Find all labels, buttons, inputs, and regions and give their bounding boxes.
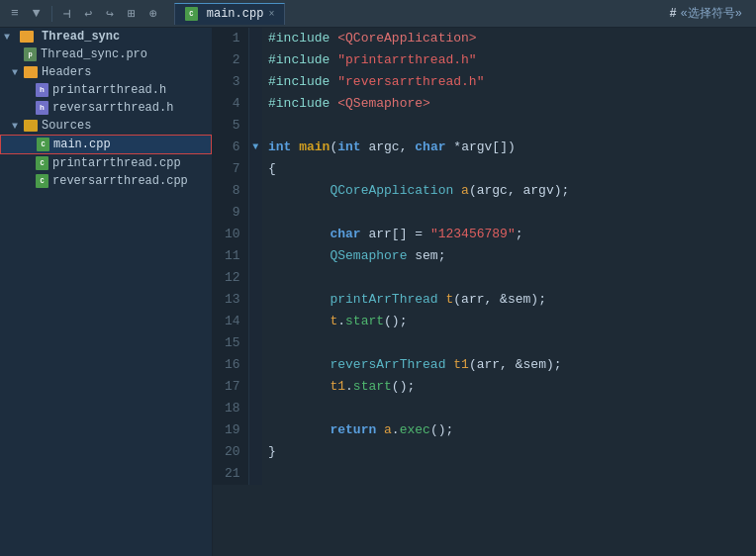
code-content-1[interactable]: #include <QCoreApplication>: [262, 28, 756, 49]
line-fold-12: [248, 267, 262, 289]
symbol-hash: #: [669, 7, 676, 21]
nav-fwd-icon[interactable]: ↪: [101, 4, 119, 24]
sources-label: Sources: [42, 119, 91, 133]
line-num-11: 11: [213, 245, 248, 267]
main-layout: ▼ Thread_sync p Thread_sync.pro ▼ Header…: [0, 28, 756, 556]
tab-bar: C main.cpp ×: [174, 3, 658, 25]
sidebar-item-headers[interactable]: ▼ Headers: [0, 63, 212, 81]
table-row: 4 #include <QSemaphore>: [213, 93, 756, 115]
code-content-13[interactable]: printArrThread t(arr, &sem);: [262, 289, 756, 311]
table-row: 6 ▼ int main(int argc, char *argv[]): [213, 137, 756, 158]
line-num-13: 13: [213, 289, 248, 311]
add-icon[interactable]: ⊕: [144, 4, 162, 24]
code-content-12[interactable]: [262, 267, 756, 289]
menu-icon[interactable]: ≡: [6, 4, 24, 23]
sidebar-item-main-cpp[interactable]: C main.cpp: [0, 135, 212, 154]
symbol-label[interactable]: «选择符号»: [681, 5, 742, 22]
line-num-17: 17: [213, 376, 248, 398]
line-fold-21: [248, 463, 262, 485]
line-fold-1: [248, 28, 262, 49]
code-content-15[interactable]: [262, 332, 756, 354]
line-fold-14: [248, 311, 262, 332]
cpp-icon-print: C: [36, 156, 48, 170]
line-num-12: 12: [213, 267, 248, 289]
code-content-17[interactable]: t1.start();: [262, 376, 756, 398]
sidebar-item-printarrthread-h[interactable]: h printarrthread.h: [0, 81, 212, 99]
line-num-4: 4: [213, 93, 248, 115]
sidebar-root[interactable]: ▼ Thread_sync: [0, 28, 212, 46]
cpp-icon-main: C: [37, 138, 49, 151]
code-content-2[interactable]: #include "printarrthread.h": [262, 49, 756, 71]
line-fold-6[interactable]: ▼: [248, 137, 262, 158]
main-cpp-label: main.cpp: [53, 138, 111, 151]
code-content-14[interactable]: t.start();: [262, 311, 756, 332]
table-row: 16 reversArrThread t1(arr, &sem);: [213, 354, 756, 376]
code-content-8[interactable]: QCoreApplication a(argc, argv);: [262, 180, 756, 202]
table-row: 12: [213, 267, 756, 289]
line-fold-19: [248, 419, 262, 441]
sidebar-item-reversarrthread-cpp[interactable]: C reversarrthread.cpp: [0, 172, 212, 190]
code-content-5[interactable]: [262, 115, 756, 137]
sidebar-item-printarrthread-cpp[interactable]: C printarrthread.cpp: [0, 154, 212, 172]
line-fold-18: [248, 398, 262, 419]
code-content-19[interactable]: return a.exec();: [262, 419, 756, 441]
line-fold-8: [248, 180, 262, 202]
back-icon[interactable]: ⊣: [58, 4, 76, 24]
code-table: 1 #include <QCoreApplication> 2 #include…: [213, 28, 756, 485]
sources-folder-icon: [24, 120, 38, 132]
table-row: 21: [213, 463, 756, 485]
table-row: 14 t.start();: [213, 311, 756, 332]
tab-main-cpp[interactable]: C main.cpp ×: [174, 3, 286, 25]
cpp-icon-revers: C: [36, 174, 48, 188]
line-num-20: 20: [213, 441, 248, 463]
sidebar-item-sources[interactable]: ▼ Sources: [0, 117, 212, 135]
line-num-1: 1: [213, 28, 248, 49]
code-content-6[interactable]: int main(int argc, char *argv[]): [262, 137, 756, 158]
line-num-19: 19: [213, 419, 248, 441]
line-fold-16: [248, 354, 262, 376]
code-content-10[interactable]: char arr[] = "123456789";: [262, 224, 756, 245]
code-content-18[interactable]: [262, 398, 756, 419]
headers-label: Headers: [42, 65, 91, 79]
line-num-7: 7: [213, 158, 248, 180]
line-fold-15: [248, 332, 262, 354]
line-num-5: 5: [213, 115, 248, 137]
sidebar-item-pro[interactable]: p Thread_sync.pro: [0, 46, 212, 63]
line-num-16: 16: [213, 354, 248, 376]
line-fold-9: [248, 202, 262, 224]
line-num-18: 18: [213, 398, 248, 419]
nav-back-icon[interactable]: ↩: [79, 4, 97, 24]
tab-close-button[interactable]: ×: [268, 9, 274, 20]
table-row: 3 #include "reversarrthread.h": [213, 71, 756, 93]
code-content-9[interactable]: [262, 202, 756, 224]
code-content-16[interactable]: reversArrThread t1(arr, &sem);: [262, 354, 756, 376]
line-num-6: 6: [213, 137, 248, 158]
code-content-20[interactable]: }: [262, 441, 756, 463]
table-row: 10 char arr[] = "123456789";: [213, 224, 756, 245]
code-content-11[interactable]: QSemaphore sem;: [262, 245, 756, 267]
line-num-14: 14: [213, 311, 248, 332]
sidebar-item-reversarrthread-h[interactable]: h reversarrthread.h: [0, 99, 212, 117]
grid-icon[interactable]: ⊞: [123, 4, 141, 24]
table-row: 5: [213, 115, 756, 137]
code-editor[interactable]: 1 #include <QCoreApplication> 2 #include…: [213, 28, 756, 556]
code-content-4[interactable]: #include <QSemaphore>: [262, 93, 756, 115]
root-folder-icon: [20, 31, 34, 43]
symbol-bar: # «选择符号»: [661, 5, 750, 22]
table-row: 2 #include "printarrthread.h": [213, 49, 756, 71]
table-row: 9: [213, 202, 756, 224]
line-fold-3: [248, 71, 262, 93]
sidebar: ▼ Thread_sync p Thread_sync.pro ▼ Header…: [0, 28, 213, 556]
sidebar-root-label: Thread_sync: [42, 30, 120, 44]
code-content-21[interactable]: [262, 463, 756, 485]
code-content-3[interactable]: #include "reversarrthread.h": [262, 71, 756, 93]
line-fold-4: [248, 93, 262, 115]
code-content-7[interactable]: {: [262, 158, 756, 180]
pro-label: Thread_sync.pro: [41, 47, 147, 61]
printarrthread-h-label: printarrthread.h: [52, 83, 166, 97]
sep-1: [51, 6, 52, 22]
line-num-8: 8: [213, 180, 248, 202]
filter-icon[interactable]: ▼: [28, 4, 46, 23]
line-fold-2: [248, 49, 262, 71]
table-row: 19 return a.exec();: [213, 419, 756, 441]
